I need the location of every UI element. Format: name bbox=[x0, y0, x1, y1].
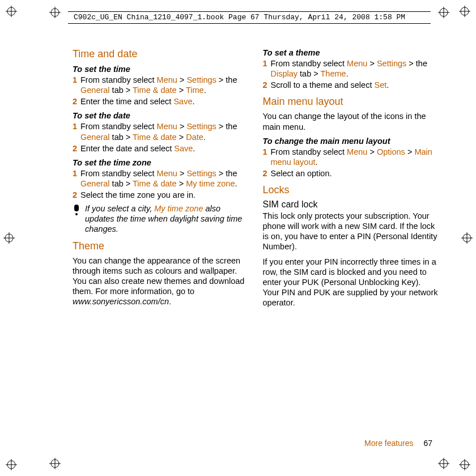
heading-locks: Locks bbox=[263, 184, 440, 196]
menu-path: Time & date bbox=[133, 86, 177, 95]
step: From standby select Menu > Settings > th… bbox=[73, 121, 249, 142]
text: > bbox=[177, 133, 186, 142]
body-text: You can change the layout of the icons i… bbox=[263, 111, 440, 131]
text: > the bbox=[216, 75, 237, 84]
text: > bbox=[177, 86, 186, 95]
text: > bbox=[177, 122, 187, 131]
right-column: To set a theme From standby select Menu … bbox=[263, 48, 440, 312]
text: . bbox=[346, 69, 348, 78]
menu-path: Menu bbox=[157, 75, 177, 84]
menu-path: Save bbox=[174, 144, 193, 153]
subheading-set-time-zone: To set the time zone bbox=[73, 158, 249, 167]
step: Enter the date and select Save. bbox=[73, 143, 249, 154]
text: . bbox=[204, 86, 206, 95]
menu-path: Save bbox=[173, 97, 192, 106]
menu-path: General bbox=[80, 133, 110, 142]
info-icon bbox=[73, 203, 80, 234]
text: . bbox=[169, 297, 171, 306]
step: Select an option. bbox=[263, 168, 440, 178]
step: Scroll to a theme and select Set. bbox=[263, 80, 440, 90]
body-text: You can change the appearance of the scr… bbox=[73, 256, 249, 307]
steps-set-time-zone: From standby select Menu > Settings > th… bbox=[73, 168, 249, 200]
text: > the bbox=[406, 59, 427, 68]
page-number: 67 bbox=[423, 439, 432, 448]
crop-mark-icon bbox=[459, 6, 470, 17]
footer-section-label: More features bbox=[364, 439, 413, 448]
crop-mark-icon bbox=[6, 6, 17, 17]
menu-path: Theme bbox=[321, 69, 346, 78]
text: tab > bbox=[110, 86, 133, 95]
menu-path: Time & date bbox=[133, 133, 177, 142]
text: > the bbox=[216, 169, 237, 178]
url-text: www.sonyericsson.com/cn bbox=[73, 297, 169, 306]
heading-time-and-date: Time and date bbox=[73, 48, 249, 60]
steps-set-date: From standby select Menu > Settings > th… bbox=[73, 121, 249, 153]
step: Select the time zone you are in. bbox=[73, 190, 249, 200]
text: > bbox=[177, 169, 187, 178]
crop-mark-icon bbox=[3, 232, 15, 244]
menu-path: Settings bbox=[186, 122, 216, 131]
step: From standby select Menu > Settings > th… bbox=[263, 58, 440, 79]
note-text: If you select a city, My time zone also … bbox=[85, 203, 249, 234]
text: tab > bbox=[298, 69, 320, 78]
crop-mark-icon bbox=[49, 458, 61, 469]
menu-path: General bbox=[80, 86, 110, 95]
menu-path: Options bbox=[377, 147, 405, 156]
body-text: If you enter your PIN incorrectly three … bbox=[263, 257, 440, 308]
text: . bbox=[316, 158, 318, 167]
menu-path: My time zone bbox=[154, 204, 203, 213]
subheading-sim-card-lock: SIM card lock bbox=[263, 199, 440, 210]
text: . bbox=[235, 179, 237, 188]
page-footer: More features67 bbox=[364, 439, 432, 448]
text: > bbox=[367, 147, 377, 156]
text: If you select a city, bbox=[85, 204, 154, 213]
text: > bbox=[405, 147, 415, 156]
step: Enter the time and select Save. bbox=[73, 96, 249, 107]
text: From standby select bbox=[271, 147, 347, 156]
menu-path: Settings bbox=[186, 75, 216, 84]
print-header: C902c_UG_EN China_1210_4097_1.book Page … bbox=[68, 11, 431, 24]
text: From standby select bbox=[271, 59, 347, 68]
menu-path: Time & date bbox=[133, 179, 177, 188]
crop-mark-icon bbox=[438, 458, 449, 469]
menu-path: Settings bbox=[377, 59, 406, 68]
note: If you select a city, My time zone also … bbox=[73, 203, 249, 234]
text: From standby select bbox=[80, 75, 157, 84]
page-content: Time and date To set the time From stand… bbox=[73, 48, 439, 312]
text: > bbox=[177, 179, 186, 188]
menu-path: Settings bbox=[186, 169, 216, 178]
crop-mark-icon bbox=[6, 459, 17, 470]
text: Scroll to a theme and select bbox=[271, 80, 375, 90]
menu-path: Time bbox=[186, 86, 204, 95]
subheading-set-date: To set the date bbox=[73, 111, 249, 120]
menu-path: Set bbox=[374, 80, 386, 90]
menu-path: Display bbox=[271, 69, 298, 78]
text: From standby select bbox=[80, 169, 157, 178]
menu-path: Menu bbox=[347, 147, 367, 156]
text: Enter the date and select bbox=[80, 144, 174, 153]
menu-path: My time zone bbox=[186, 179, 235, 188]
subheading-set-time: To set the time bbox=[73, 65, 249, 74]
crop-mark-icon bbox=[459, 459, 470, 470]
text: tab > bbox=[110, 179, 133, 188]
steps-change-main-menu: From standby select Menu > Options > Mai… bbox=[263, 147, 440, 178]
step: From standby select Menu > Settings > th… bbox=[73, 75, 249, 95]
steps-set-theme: From standby select Menu > Settings > th… bbox=[263, 58, 440, 90]
text: . bbox=[386, 80, 389, 90]
text: You can change the appearance of the scr… bbox=[73, 256, 244, 296]
heading-theme: Theme bbox=[73, 240, 249, 252]
crop-mark-icon bbox=[438, 7, 449, 18]
menu-path: Date bbox=[186, 133, 203, 142]
menu-path: Menu bbox=[157, 122, 177, 131]
menu-path: Menu bbox=[347, 59, 367, 68]
text: tab > bbox=[110, 133, 133, 142]
text: . bbox=[193, 144, 195, 153]
text: > bbox=[367, 59, 377, 68]
text: > the bbox=[216, 122, 237, 131]
text: From standby select bbox=[80, 122, 157, 131]
body-text: This lock only protects your subscriptio… bbox=[263, 211, 440, 252]
menu-path: General bbox=[80, 179, 110, 188]
heading-main-menu-layout: Main menu layout bbox=[263, 96, 440, 108]
text: . bbox=[192, 97, 194, 106]
step: From standby select Menu > Settings > th… bbox=[73, 168, 249, 189]
